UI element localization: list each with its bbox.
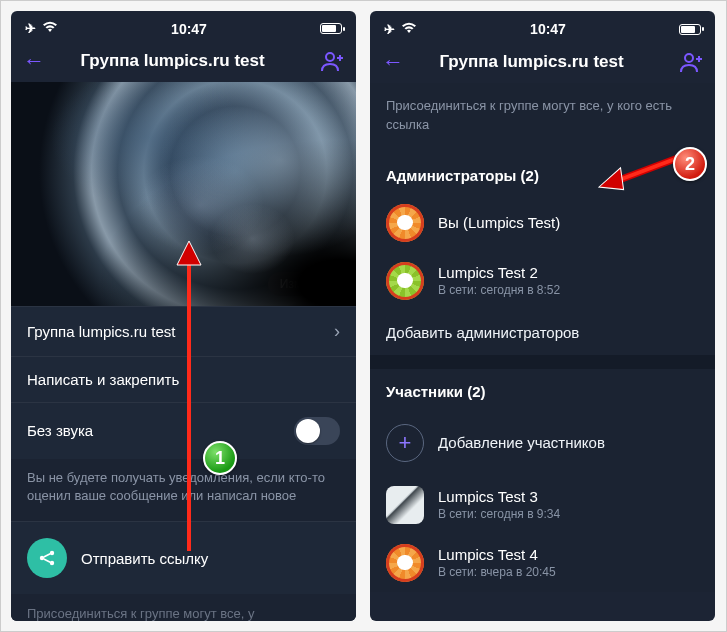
- mute-label: Без звука: [27, 422, 93, 439]
- group-cover-image: Изменить: [11, 82, 356, 305]
- battery-icon: [679, 24, 701, 35]
- chevron-right-icon: ›: [334, 321, 340, 342]
- share-link-label: Отправить ссылку: [81, 550, 208, 567]
- mute-row: Без звука: [11, 402, 356, 459]
- mute-hint-text: Вы не будете получать уведомления, если …: [11, 459, 356, 521]
- group-name-row[interactable]: Группа lumpics.ru test ›: [11, 306, 356, 356]
- top-bar: ← Группа lumpics.ru test: [370, 43, 715, 83]
- add-admins-label: Добавить администраторов: [386, 324, 579, 341]
- admins-section-header: Администраторы (2): [370, 149, 715, 194]
- share-icon: [27, 538, 67, 578]
- member-row-4[interactable]: Lumpics Test 4 В сети: вчера в 20:45: [370, 534, 715, 592]
- member-row-3[interactable]: Lumpics Test 3 В сети: сегодня в 9:34: [370, 476, 715, 534]
- admin-name: Вы (Lumpics Test): [438, 214, 560, 231]
- member-name: Lumpics Test 4: [438, 546, 556, 563]
- status-time: 10:47: [530, 21, 566, 37]
- member-status: В сети: вчера в 20:45: [438, 565, 556, 579]
- section-gap: [370, 355, 715, 369]
- page-title: Группа lumpics.ru test: [35, 51, 310, 71]
- group-name-label: Группа lumpics.ru test: [27, 323, 175, 340]
- cutoff-text: Присоединиться к группе могут все, у: [11, 594, 356, 621]
- avatar: [386, 544, 424, 582]
- phone-left: ✈ 10:47 ← Группа lumpics.ru test Изменит…: [11, 11, 356, 621]
- svg-point-4: [685, 54, 693, 62]
- edit-cover-button[interactable]: Изменить: [268, 272, 346, 296]
- add-person-button[interactable]: [679, 51, 703, 73]
- add-members-label: Добавление участников: [438, 434, 605, 451]
- add-members-row[interactable]: + Добавление участников: [370, 410, 715, 476]
- write-and-pin-row[interactable]: Написать и закрепить: [11, 356, 356, 402]
- top-bar: ← Группа lumpics.ru test: [11, 42, 356, 82]
- status-bar: ✈ 10:47: [370, 11, 715, 43]
- add-person-button[interactable]: [320, 50, 344, 72]
- member-name: Lumpics Test 3: [438, 488, 560, 505]
- wifi-icon: [42, 21, 58, 36]
- join-hint-text: Присоединиться к группе могут все, у ког…: [370, 83, 715, 149]
- battery-icon: [320, 23, 342, 34]
- airplane-icon: ✈: [25, 21, 36, 36]
- svg-point-0: [326, 53, 334, 61]
- status-time: 10:47: [171, 21, 207, 37]
- avatar: [386, 204, 424, 242]
- avatar: [386, 262, 424, 300]
- write-pin-label: Написать и закрепить: [27, 371, 179, 388]
- admin-row-you[interactable]: Вы (Lumpics Test): [370, 194, 715, 252]
- phone-right: ✈ 10:47 ← Группа lumpics.ru test Присоед…: [370, 11, 715, 621]
- plus-icon: +: [386, 424, 424, 462]
- airplane-icon: ✈: [384, 22, 395, 37]
- members-section-header: Участники (2): [370, 369, 715, 410]
- admin-status: В сети: сегодня в 8:52: [438, 283, 560, 297]
- share-link-row[interactable]: Отправить ссылку: [11, 521, 356, 594]
- avatar: [386, 486, 424, 524]
- page-title: Группа lumpics.ru test: [394, 52, 669, 72]
- wifi-icon: [401, 22, 417, 37]
- add-admins-row[interactable]: Добавить администраторов: [370, 310, 715, 355]
- status-bar: ✈ 10:47: [11, 11, 356, 42]
- mute-toggle[interactable]: [294, 417, 340, 445]
- member-status: В сети: сегодня в 9:34: [438, 507, 560, 521]
- admin-name: Lumpics Test 2: [438, 264, 560, 281]
- admin-row-2[interactable]: Lumpics Test 2 В сети: сегодня в 8:52: [370, 252, 715, 310]
